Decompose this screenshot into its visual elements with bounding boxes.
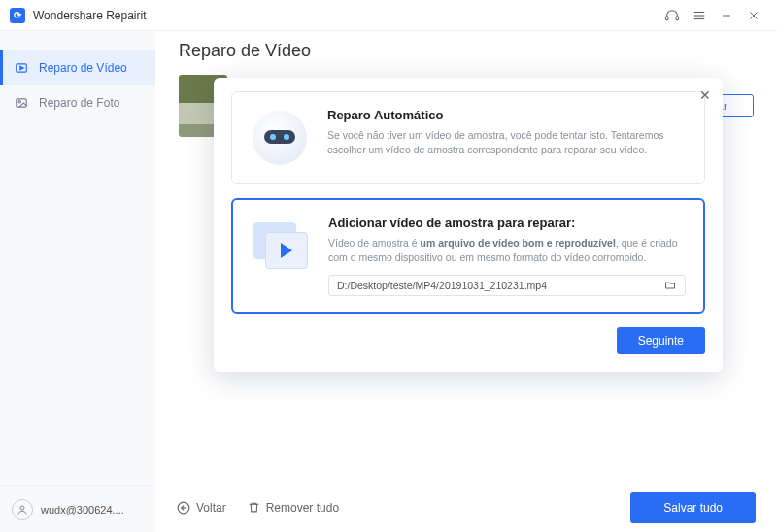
footer-bar: Voltar Remover tudo Salvar tudo <box>155 482 777 532</box>
user-label: wudx@300624.... <box>41 504 124 515</box>
svg-point-11 <box>18 101 20 103</box>
browse-folder-icon[interactable] <box>663 280 677 291</box>
sample-video-icon <box>251 216 311 276</box>
back-button[interactable]: Voltar <box>177 501 226 515</box>
auto-repair-desc: Se você não tiver um vídeo de amostra, v… <box>327 128 687 157</box>
close-icon[interactable]: ✕ <box>699 87 711 103</box>
next-button[interactable]: Seguinte <box>617 327 705 354</box>
save-all-button[interactable]: Salvar tudo <box>630 492 756 523</box>
remove-all-button[interactable]: Remover tudo <box>248 501 339 515</box>
avatar-icon <box>12 499 33 520</box>
back-arrow-icon <box>177 501 190 515</box>
sample-path-input[interactable]: D:/Desktop/teste/MP4/20191031_210231.mp4 <box>328 275 686 296</box>
sample-desc: Vídeo de amostra é um arquivo de vídeo b… <box>328 236 686 265</box>
sidebar-item-label: Reparo de Vídeo <box>39 61 127 75</box>
sample-video-option[interactable]: Adicionar vídeo de amostra para reparar:… <box>231 198 705 314</box>
app-title: Wondershare Repairit <box>33 9 147 22</box>
support-icon[interactable] <box>659 2 686 29</box>
sample-title: Adicionar vídeo de amostra para reparar: <box>328 216 686 230</box>
svg-point-12 <box>20 506 24 510</box>
robot-icon <box>250 108 310 168</box>
sample-path-value: D:/Desktop/teste/MP4/20191031_210231.mp4 <box>337 280 547 291</box>
video-repair-icon <box>14 60 29 76</box>
photo-repair-icon <box>14 95 29 111</box>
auto-repair-option[interactable]: Reparo Automático Se você não tiver um v… <box>231 91 705 184</box>
trash-icon <box>248 501 260 514</box>
sidebar: Reparo de Vídeo Reparo de Foto wudx@3006… <box>0 31 155 532</box>
page-title: Reparo de Vídeo <box>179 41 754 61</box>
sidebar-item-photo-repair[interactable]: Reparo de Foto <box>0 85 155 120</box>
app-logo-icon: ⟳ <box>10 8 25 23</box>
user-account[interactable]: wudx@300624.... <box>0 485 155 532</box>
svg-marker-9 <box>20 66 23 70</box>
sidebar-item-video-repair[interactable]: Reparo de Vídeo <box>0 50 155 85</box>
minimize-icon[interactable] <box>713 2 740 29</box>
repair-options-modal: ✕ Reparo Automático Se você não tiver um… <box>214 78 723 372</box>
close-window-icon[interactable] <box>740 2 767 29</box>
main-area: Reparo de Vídeo GoPro ré-visualizar Salv… <box>155 31 777 532</box>
auto-repair-title: Reparo Automático <box>327 108 687 122</box>
sidebar-item-label: Reparo de Foto <box>39 96 119 110</box>
titlebar: ⟳ Wondershare Repairit <box>0 0 777 31</box>
menu-icon[interactable] <box>686 2 713 29</box>
